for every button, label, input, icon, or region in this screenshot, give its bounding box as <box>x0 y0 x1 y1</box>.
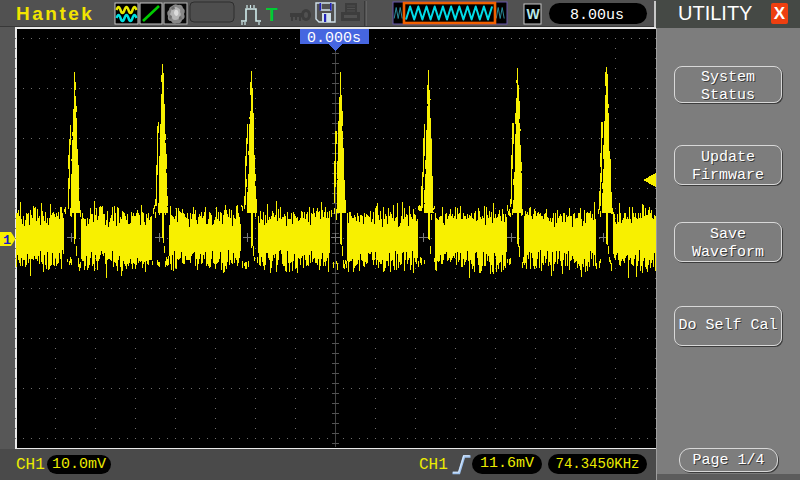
svg-text:1: 1 <box>3 233 11 248</box>
svg-text:T: T <box>266 4 278 25</box>
svg-text:W: W <box>527 6 541 22</box>
svg-text:0.000s: 0.000s <box>307 30 361 47</box>
svg-text:8.00us: 8.00us <box>570 7 624 24</box>
